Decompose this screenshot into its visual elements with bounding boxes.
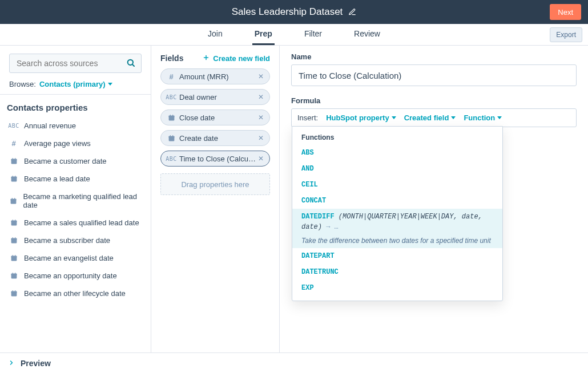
text-type-icon: ABC <box>167 156 176 162</box>
property-label: Annual revenue <box>24 121 76 130</box>
property-item[interactable]: Became an opportunity date <box>3 267 147 285</box>
property-label: Became a marketing qualified lead date <box>23 192 142 209</box>
field-pill[interactable]: Close date✕ <box>160 110 270 125</box>
svg-rect-19 <box>11 238 17 240</box>
property-item[interactable]: Became a sales qualified lead date <box>3 214 147 232</box>
insert-hubspot-property[interactable]: HubSpot property <box>326 113 396 122</box>
chevron-down-icon <box>108 83 112 86</box>
property-item[interactable]: Became a marketing qualified lead date <box>3 188 147 214</box>
preview-bar[interactable]: Preview <box>0 352 588 373</box>
property-item[interactable]: ABCAnnual revenue <box>3 117 147 135</box>
property-item[interactable]: Became an evangelist date <box>3 249 147 267</box>
chevron-down-icon <box>392 116 396 119</box>
number-type-icon: # <box>167 72 176 81</box>
function-item[interactable]: CEIL <box>292 177 502 193</box>
tab-filter[interactable]: Filter <box>302 24 324 45</box>
svg-rect-37 <box>168 115 174 117</box>
property-label: Became a customer date <box>24 157 107 165</box>
insert-function-label: Function <box>464 113 495 122</box>
field-pill[interactable]: ABCDeal owner✕ <box>160 89 270 105</box>
function-dropdown[interactable]: Functions ABSANDCEILCONCATDATEDIFF (MONT… <box>292 126 503 301</box>
property-item[interactable]: #Average page views <box>3 135 147 152</box>
editor-panel: Name Formula Insert: HubSpot property Cr… <box>280 46 588 373</box>
create-new-field-link[interactable]: Create new field <box>203 54 270 63</box>
property-item[interactable]: Became a lead date <box>3 170 147 188</box>
svg-rect-31 <box>11 291 17 293</box>
function-name: CEIL <box>301 181 318 189</box>
formula-box[interactable]: Insert: HubSpot property Created field F… <box>291 108 577 127</box>
chevron-down-icon <box>451 116 456 119</box>
plus-icon <box>203 54 210 63</box>
property-label: Became an opportunity date <box>24 271 117 280</box>
insert-created-field-label: Created field <box>404 113 449 122</box>
svg-rect-3 <box>11 159 17 161</box>
function-item[interactable]: DATEPART <box>292 248 502 264</box>
next-button[interactable]: Next <box>550 4 581 20</box>
chevron-right-icon <box>8 359 15 368</box>
insert-function[interactable]: Function <box>464 113 502 122</box>
edit-title-icon[interactable] <box>348 8 356 16</box>
preview-label: Preview <box>21 359 51 368</box>
function-name: ABS <box>301 149 314 157</box>
search-icon <box>126 58 135 69</box>
property-label: Became an evangelist date <box>24 254 114 262</box>
browse-label: Browse: <box>9 80 36 88</box>
function-item[interactable]: DATEDIFF (MONTH|QUARTER|YEAR|WEEK|DAY, d… <box>292 209 502 235</box>
function-item[interactable]: ABS <box>292 145 502 161</box>
search-input[interactable] <box>15 58 126 68</box>
property-item[interactable]: Became a subscriber date <box>3 232 147 249</box>
function-item[interactable]: AND <box>292 161 502 177</box>
function-arrow: → … <box>322 223 339 231</box>
field-pill[interactable]: ABCTime to Close (Calculation)✕ <box>160 151 270 167</box>
chevron-down-icon <box>497 116 502 119</box>
date-type-icon <box>9 197 18 205</box>
svg-rect-23 <box>11 256 17 258</box>
properties-heading: Contacts properties <box>0 95 151 117</box>
svg-rect-7 <box>11 177 17 179</box>
field-pill-label: Time to Close (Calculation) <box>179 155 257 163</box>
topbar: Sales Leadership Dataset Next <box>0 0 588 24</box>
date-type-icon <box>9 290 18 297</box>
name-input[interactable] <box>291 64 577 86</box>
browse-source-select[interactable]: Contacts (primary) <box>39 80 112 88</box>
remove-field-icon[interactable]: ✕ <box>257 134 265 142</box>
function-item[interactable]: CONCAT <box>292 193 502 209</box>
date-type-icon <box>9 272 18 279</box>
function-dropdown-heading: Functions <box>292 131 502 145</box>
page-title: Sales Leadership Dataset <box>232 6 343 18</box>
field-pill[interactable]: Create date✕ <box>160 130 270 146</box>
property-item[interactable]: Became an other lifecycle date <box>3 285 147 302</box>
function-item[interactable]: DATETRUNC <box>292 264 502 280</box>
name-label: Name <box>291 52 577 61</box>
field-pill-label: Amount (MRR) <box>179 72 257 81</box>
date-type-icon <box>167 135 176 142</box>
tab-review[interactable]: Review <box>352 24 382 45</box>
tab-prep[interactable]: Prep <box>252 24 275 45</box>
date-type-icon <box>9 219 18 226</box>
function-item[interactable]: EXP <box>292 280 502 296</box>
tab-join[interactable]: Join <box>206 24 225 45</box>
export-button[interactable]: Export <box>550 27 582 42</box>
text-type-icon: ABC <box>9 123 18 129</box>
fields-heading: Fields <box>160 54 183 63</box>
function-description: Take the difference between two dates fo… <box>292 235 502 248</box>
svg-rect-41 <box>168 136 174 137</box>
create-new-field-label: Create new field <box>213 54 270 63</box>
function-name: DATEDIFF <box>301 213 335 221</box>
remove-field-icon[interactable]: ✕ <box>257 72 265 80</box>
field-pill-label: Create date <box>179 134 257 143</box>
remove-field-icon[interactable]: ✕ <box>257 155 265 163</box>
field-pill[interactable]: #Amount (MRR)✕ <box>160 68 270 84</box>
remove-field-icon[interactable]: ✕ <box>257 113 265 121</box>
remove-field-icon[interactable]: ✕ <box>257 93 265 101</box>
insert-created-field[interactable]: Created field <box>404 113 456 122</box>
date-type-icon <box>167 114 176 121</box>
property-label: Became a sales qualified lead date <box>24 218 139 227</box>
svg-rect-27 <box>11 274 17 275</box>
function-name: AND <box>301 165 314 173</box>
property-item[interactable]: Became a customer date <box>3 152 147 170</box>
page-title-wrap: Sales Leadership Dataset <box>232 6 357 18</box>
tabs: Join Prep Filter Review <box>0 24 588 45</box>
fields-dropzone[interactable]: Drag properties here <box>160 173 270 195</box>
search-box[interactable] <box>9 54 142 73</box>
